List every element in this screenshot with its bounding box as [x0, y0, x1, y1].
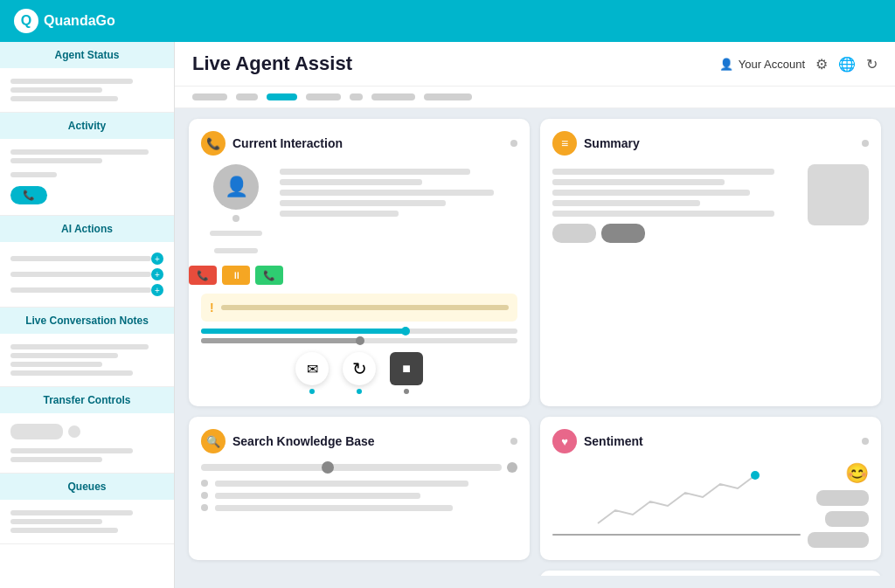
summary-btn-2[interactable] — [601, 224, 645, 243]
tab-7[interactable] — [424, 93, 472, 100]
cards-grid: 📞 Current Interaction 👤 📞 ⏸ — [175, 108, 895, 576]
search-kb-header: 🔍 Search Knowledge Base — [201, 429, 517, 453]
live-conversation-title[interactable]: Live Conversation Notes — [0, 308, 174, 334]
info-bar-1 — [280, 169, 470, 175]
ai-action-bar-3 — [10, 287, 151, 293]
kb-dot-1 — [201, 480, 208, 487]
kb-item-1[interactable] — [201, 480, 517, 487]
sum-bar-3 — [552, 190, 750, 196]
progress-dot-1 — [401, 327, 410, 336]
tab-2[interactable] — [236, 93, 258, 100]
header-right: 👤 Your Account ⚙ 🌐 ↻ — [719, 56, 878, 73]
kb-item-2[interactable] — [201, 492, 517, 499]
content-area: Live Agent Assist 👤 Your Account ⚙ 🌐 ↻ — [175, 42, 895, 588]
progress-fill-2 — [201, 338, 359, 343]
current-interaction-card: 📞 Current Interaction 👤 📞 ⏸ — [189, 119, 530, 406]
ai-action-add-3[interactable]: + — [151, 284, 163, 296]
globe-icon[interactable]: 🌐 — [838, 56, 856, 73]
search-bar-row — [201, 462, 517, 473]
main-layout: Agent Status Activity 📞 AI Actions — [0, 42, 895, 588]
agent-status-title[interactable]: Agent Status — [0, 42, 174, 68]
tab-1[interactable] — [192, 93, 227, 100]
kb-item-3[interactable] — [201, 504, 517, 511]
queues-section: Queues — [0, 474, 174, 544]
logo-q-letter: Q — [21, 13, 31, 29]
hold-call-btn[interactable]: ⏸ — [222, 266, 250, 285]
search-kb-title-area: 🔍 Search Knowledge Base — [201, 429, 375, 453]
action-stop-btn[interactable]: ■ — [390, 352, 423, 385]
chart-active-dot — [751, 471, 760, 480]
transfer-controls-section: Transfer Controls — [0, 387, 174, 474]
sum-btn-row — [552, 224, 799, 243]
action-call-dot — [357, 389, 362, 394]
transfer-bar-2 — [10, 457, 102, 462]
tab-6[interactable] — [371, 93, 415, 100]
ai-action-row-3: + — [10, 284, 163, 296]
ai-action-row-2: + — [10, 268, 163, 280]
ai-action-row-1: + — [10, 252, 163, 265]
search-kb-body — [201, 462, 517, 511]
end-call-btn[interactable]: 📞 — [189, 266, 217, 285]
kb-list — [201, 480, 517, 511]
progress-row-2 — [201, 338, 517, 343]
refresh-icon[interactable]: ↻ — [866, 56, 878, 73]
page-title: Live Agent Assist — [192, 52, 352, 75]
sentiment-right: 😊 — [808, 462, 869, 548]
action-email-btn[interactable]: ✉ — [295, 352, 329, 385]
kb-dot-3 — [201, 504, 208, 511]
search-slider-thumb[interactable] — [322, 461, 334, 474]
progress-track-1 — [201, 329, 517, 334]
transfer-controls-title[interactable]: Transfer Controls — [0, 387, 174, 413]
queues-bar-1 — [10, 510, 133, 515]
sentiment-header: ♥ Sentiment — [552, 429, 869, 453]
phone-button[interactable]: 📞 — [10, 186, 47, 204]
activity-bar-3 — [10, 172, 57, 177]
summary-header: ≡ Summary — [552, 131, 869, 156]
account-icon: 👤 — [719, 58, 733, 71]
queues-bar-3 — [10, 528, 118, 533]
caller-name-bar — [210, 231, 262, 236]
info-bar-4 — [280, 200, 446, 206]
sentiment-emoji: 😊 — [845, 462, 869, 485]
chart-line — [598, 475, 755, 523]
summary-label: Summary — [584, 136, 640, 150]
summary-title-area: ≡ Summary — [552, 131, 640, 156]
transfer-btn-1[interactable] — [10, 424, 63, 439]
chart-x-axis — [552, 534, 801, 536]
live-conv-bar-4 — [10, 370, 133, 376]
action-call-btn[interactable]: ↻ — [343, 352, 376, 385]
transfer-controls-content — [0, 413, 174, 473]
avatar: 👤 — [213, 164, 259, 210]
transfer-toggle[interactable] — [68, 425, 80, 438]
account-area[interactable]: 👤 Your Account — [719, 58, 805, 71]
tab-3-active[interactable] — [267, 93, 297, 100]
live-conv-bar-3 — [10, 362, 102, 367]
ai-actions-title[interactable]: AI Actions — [0, 216, 174, 242]
caller-info-bar — [214, 248, 258, 253]
progress-track-2 — [201, 338, 517, 343]
chart-area — [552, 462, 801, 548]
queues-title[interactable]: Queues — [0, 474, 174, 500]
kb-bar-3 — [215, 505, 453, 511]
live-conversation-content — [0, 334, 174, 386]
current-interaction-corner-dot — [510, 140, 517, 147]
call-btn-row: 📞 ⏸ 📞 — [189, 266, 283, 285]
summary-card: ≡ Summary — [540, 119, 881, 406]
summary-body — [552, 164, 869, 243]
activity-title[interactable]: Activity — [0, 113, 174, 139]
activity-content: 📞 — [0, 139, 174, 215]
tab-4[interactable] — [306, 93, 341, 100]
sentiment-pill-1 — [816, 490, 869, 506]
info-bar-3 — [280, 190, 494, 196]
tab-5[interactable] — [350, 93, 363, 100]
search-slider[interactable] — [201, 464, 502, 471]
queues-bar-2 — [10, 519, 102, 524]
sum-bar-2 — [552, 179, 725, 185]
summary-btn-1[interactable] — [552, 224, 596, 243]
kb-bar-2 — [215, 493, 420, 499]
interaction-body: 👤 📞 ⏸ 📞 — [201, 164, 517, 285]
ai-action-add-1[interactable]: + — [151, 252, 163, 265]
sentiment-pill-2 — [825, 511, 869, 527]
ai-action-add-2[interactable]: + — [151, 268, 163, 280]
settings-icon[interactable]: ⚙ — [815, 56, 828, 73]
